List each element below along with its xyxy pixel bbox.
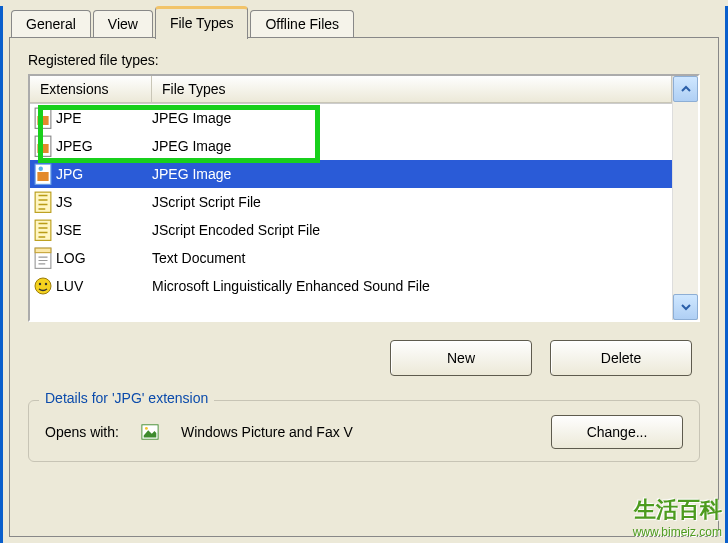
extension-cell: JPG — [56, 166, 83, 182]
filetype-cell: JPEG Image — [152, 138, 672, 154]
svg-rect-12 — [35, 248, 51, 253]
listview-rows: JPE JPEG Image JPEG JPEG Image — [30, 104, 672, 300]
svg-point-8 — [39, 166, 44, 171]
filetype-cell: JScript Script File — [152, 194, 672, 210]
svg-point-13 — [35, 278, 51, 294]
list-item[interactable]: JSE JScript Encoded Script File — [30, 216, 672, 244]
filetype-cell: JScript Encoded Script File — [152, 222, 672, 238]
tab-view[interactable]: View — [93, 10, 153, 38]
svg-rect-4 — [37, 144, 48, 153]
list-item[interactable]: LOG Text Document — [30, 244, 672, 272]
extension-cell: JS — [56, 194, 72, 210]
filetype-cell: JPEG Image — [152, 166, 672, 182]
image-file-icon — [34, 107, 52, 129]
svg-rect-7 — [37, 172, 48, 181]
column-header-extensions[interactable]: Extensions — [30, 76, 152, 103]
file-types-listview[interactable]: Extensions File Types JPE JPEG Image — [28, 74, 700, 322]
chevron-down-icon — [681, 302, 691, 312]
tab-strip: General View File Types Offline Files — [11, 6, 725, 38]
folder-options-window: General View File Types Offline Files Re… — [0, 6, 728, 543]
image-file-icon — [34, 135, 52, 157]
tab-offline-files[interactable]: Offline Files — [250, 10, 354, 38]
change-button[interactable]: Change... — [551, 415, 683, 449]
svg-point-15 — [45, 283, 47, 285]
image-file-icon — [34, 163, 52, 185]
list-item[interactable]: JPE JPEG Image — [30, 104, 672, 132]
opens-with-app: Windows Picture and Fax V — [181, 424, 353, 440]
svg-point-5 — [39, 138, 44, 143]
details-title: Details for 'JPG' extension — [39, 390, 214, 406]
extension-cell: LUV — [56, 278, 83, 294]
opens-with-label: Opens with: — [45, 424, 119, 440]
scrollbar-vertical[interactable] — [672, 76, 698, 320]
generic-file-icon — [34, 275, 52, 297]
svg-point-14 — [39, 283, 41, 285]
column-header-file-types[interactable]: File Types — [152, 76, 672, 103]
details-groupbox: Details for 'JPG' extension Opens with: … — [28, 400, 700, 462]
svg-point-2 — [39, 110, 44, 115]
filetype-cell: Microsoft Linguistically Enhanced Sound … — [152, 278, 672, 294]
list-item[interactable]: LUV Microsoft Linguistically Enhanced So… — [30, 272, 672, 300]
extension-cell: JSE — [56, 222, 82, 238]
tab-panel-file-types: Registered file types: Extensions File T… — [9, 37, 719, 537]
chevron-up-icon — [681, 84, 691, 94]
scroll-track[interactable] — [673, 102, 698, 294]
svg-rect-1 — [37, 116, 48, 125]
new-delete-button-row: New Delete — [28, 340, 700, 376]
svg-point-17 — [145, 427, 148, 430]
tab-general[interactable]: General — [11, 10, 91, 38]
scroll-up-button[interactable] — [673, 76, 698, 102]
list-item[interactable]: JS JScript Script File — [30, 188, 672, 216]
script-file-icon — [34, 219, 52, 241]
scroll-down-button[interactable] — [673, 294, 698, 320]
filetype-cell: JPEG Image — [152, 110, 672, 126]
new-button[interactable]: New — [390, 340, 532, 376]
picture-viewer-icon — [141, 421, 159, 443]
extension-cell: LOG — [56, 250, 86, 266]
delete-button[interactable]: Delete — [550, 340, 692, 376]
list-item[interactable]: JPEG JPEG Image — [30, 132, 672, 160]
text-file-icon — [34, 247, 52, 269]
script-file-icon — [34, 191, 52, 213]
filetype-cell: Text Document — [152, 250, 672, 266]
listview-header: Extensions File Types — [30, 76, 672, 104]
extension-cell: JPEG — [56, 138, 93, 154]
tab-file-types[interactable]: File Types — [155, 6, 249, 39]
list-item-selected[interactable]: JPG JPEG Image — [30, 160, 672, 188]
extension-cell: JPE — [56, 110, 82, 126]
registered-types-label: Registered file types: — [28, 52, 700, 68]
